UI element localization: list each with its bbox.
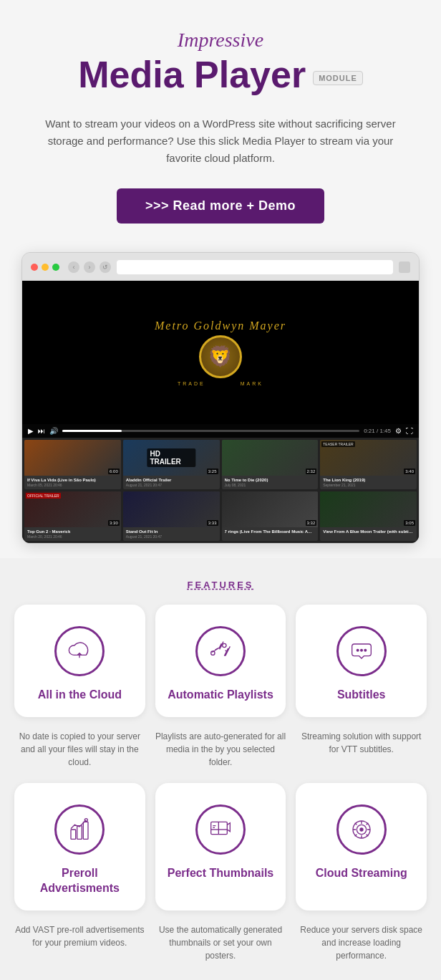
refresh-button[interactable]: ↺ bbox=[100, 261, 111, 273]
mgm-trademark: TRADE MARK bbox=[178, 381, 263, 386]
fullscreen-button[interactable]: ⛶ bbox=[406, 427, 413, 435]
feature-card-subtitles: Subtitles bbox=[296, 605, 427, 717]
list-item[interactable]: 3:05 View From A Blue Moon Trailer (with… bbox=[320, 491, 417, 541]
thumbnail: 3:33 bbox=[123, 491, 220, 527]
close-dot bbox=[31, 264, 38, 271]
cloud-icon bbox=[54, 626, 105, 676]
list-item[interactable]: 6:00 If Viva La Vida (Live in São Paulo)… bbox=[24, 440, 121, 489]
thumbnail: HD TRAILER 3:25 bbox=[123, 440, 220, 476]
mark-text: MARK bbox=[241, 381, 263, 386]
feature-row-2: Preroll Advertisments Perfect Thumbnails bbox=[14, 783, 427, 911]
feature-desc-ads: Add VAST pre-roll advertisements for you… bbox=[14, 923, 145, 949]
video-player: Metro Goldwyn Mayer 🦁 TRADE MARK bbox=[22, 281, 419, 424]
features-label: FEATURES bbox=[14, 580, 427, 590]
streaming-icon bbox=[336, 804, 387, 855]
list-item[interactable]: 3:32 7 rings (Live From The Billboard Mu… bbox=[222, 491, 319, 541]
feature-desc-row-1: No date is copied to your server and all… bbox=[14, 724, 427, 769]
video-controls: ▶ ⏭ 🔊 0:21 / 1:45 ⚙ ⛶ bbox=[22, 424, 419, 438]
play-button[interactable]: ▶ bbox=[28, 427, 34, 435]
thumbnail: 2:32 bbox=[222, 440, 319, 476]
feature-desc-cloud: No date is copied to your server and all… bbox=[14, 730, 145, 769]
svg-rect-5 bbox=[71, 830, 76, 839]
svg-point-2 bbox=[357, 650, 359, 652]
feature-name-ads: Preroll Advertisments bbox=[25, 866, 135, 896]
back-button[interactable]: ‹ bbox=[68, 261, 79, 273]
feature-name-cloud: All in the Cloud bbox=[25, 688, 135, 703]
feature-desc-playlists: Playlists are auto-generated for all med… bbox=[155, 730, 286, 769]
browser-menu-icon bbox=[399, 261, 410, 273]
mgm-logo: Metro Goldwyn Mayer 🦁 TRADE MARK bbox=[155, 320, 286, 386]
progress-fill bbox=[62, 430, 122, 432]
feature-name-playlists: Automatic Playlists bbox=[166, 688, 276, 703]
progress-bar[interactable] bbox=[62, 430, 359, 432]
skip-button[interactable]: ⏭ bbox=[38, 427, 45, 435]
list-item[interactable]: TEASER TRAILER 3:40 The Lion King (2019)… bbox=[320, 440, 417, 489]
playlist-grid: 6:00 If Viva La Vida (Live in São Paulo)… bbox=[22, 438, 419, 543]
list-item[interactable]: HD TRAILER 3:25 Aladdin Official Trailer… bbox=[123, 440, 220, 489]
settings-button[interactable]: ⚙ bbox=[395, 427, 402, 435]
module-badge: MODULE bbox=[313, 71, 363, 85]
feature-card-streaming: Cloud Streaming bbox=[296, 783, 427, 911]
feature-row-1: All in the Cloud Automatic Playlists bbox=[14, 605, 427, 717]
trade-text: TRADE bbox=[178, 381, 205, 386]
time-display: 0:21 / 1:45 bbox=[364, 428, 391, 434]
playlist-icon bbox=[195, 626, 246, 676]
feature-card-thumbnails: Perfect Thumbnails bbox=[155, 783, 286, 911]
browser-content: Metro Goldwyn Mayer 🦁 TRADE MARK ▶ ⏭ 🔊 0… bbox=[22, 281, 419, 543]
hero-impressive: Impressive bbox=[43, 29, 398, 52]
features-section: FEATURES All in the Cloud bbox=[0, 558, 441, 980]
svg-rect-6 bbox=[77, 826, 82, 840]
browser-toolbar: ‹ › ↺ bbox=[22, 253, 419, 281]
thumbnail: 3:32 bbox=[222, 491, 319, 527]
maximize-dot bbox=[52, 264, 59, 271]
feature-desc-row-2: Add VAST pre-roll advertisements for you… bbox=[14, 918, 427, 962]
browser-mockup: ‹ › ↺ Metro Goldwyn Mayer 🦁 TRADE MARK bbox=[21, 252, 420, 544]
feature-name-thumbnails: Perfect Thumbnails bbox=[166, 866, 276, 881]
feature-card-ads: Preroll Advertisments bbox=[14, 783, 145, 911]
volume-button[interactable]: 🔊 bbox=[49, 427, 58, 435]
feature-desc-subtitles: Streaming solution with support for VTT … bbox=[296, 730, 427, 756]
svg-rect-7 bbox=[84, 822, 89, 839]
subtitles-icon bbox=[336, 626, 387, 676]
thumbnail: 3:05 bbox=[320, 491, 417, 527]
svg-point-8 bbox=[85, 819, 88, 822]
feature-card-playlists: Automatic Playlists bbox=[155, 605, 286, 717]
forward-button[interactable]: › bbox=[84, 261, 95, 273]
mgm-text-top: Metro Goldwyn Mayer bbox=[155, 320, 286, 332]
browser-dots bbox=[31, 264, 59, 271]
list-item[interactable]: 2:32 No Time to Die (2020) July 08, 2021 bbox=[222, 440, 319, 489]
svg-point-1 bbox=[223, 644, 226, 648]
feature-name-subtitles: Subtitles bbox=[306, 688, 416, 703]
mgm-lion-icon: 🦁 bbox=[199, 335, 242, 378]
hero-title: Media Player bbox=[78, 54, 306, 95]
url-bar[interactable] bbox=[117, 260, 393, 274]
browser-navigation: ‹ › ↺ bbox=[68, 261, 111, 273]
hero-section: Impressive Media Player MODULE Want to s… bbox=[0, 0, 441, 245]
svg-point-4 bbox=[364, 650, 367, 652]
feature-desc-thumbnails: Use the automatically generated thumbnai… bbox=[155, 923, 286, 962]
list-item[interactable]: 3:33 Stand Out Fit In August 21, 2021 20… bbox=[123, 491, 220, 541]
feature-name-streaming: Cloud Streaming bbox=[306, 866, 416, 881]
feature-desc-streaming: Reduce your servers disk space and incre… bbox=[296, 923, 427, 962]
hero-description: Want to stream your videos on a WordPres… bbox=[43, 115, 398, 167]
svg-point-12 bbox=[360, 828, 363, 831]
ads-icon bbox=[54, 804, 105, 855]
thumbnails-icon bbox=[195, 804, 246, 855]
thumbnail: 6:00 bbox=[24, 440, 121, 476]
minimize-dot bbox=[42, 264, 49, 271]
list-item[interactable]: OFFICIAL TRAILER 3:30 Top Gun 2 - Maveri… bbox=[24, 491, 121, 541]
feature-card-cloud: All in the Cloud bbox=[14, 605, 145, 717]
browser-mockup-wrapper: ‹ › ↺ Metro Goldwyn Mayer 🦁 TRADE MARK bbox=[0, 245, 441, 558]
thumbnail: TEASER TRAILER 3:40 bbox=[320, 440, 417, 476]
svg-point-3 bbox=[360, 650, 362, 652]
read-more-demo-button[interactable]: >>> Read more + Demo bbox=[117, 188, 324, 224]
thumbnail: OFFICIAL TRAILER 3:30 bbox=[24, 491, 121, 527]
